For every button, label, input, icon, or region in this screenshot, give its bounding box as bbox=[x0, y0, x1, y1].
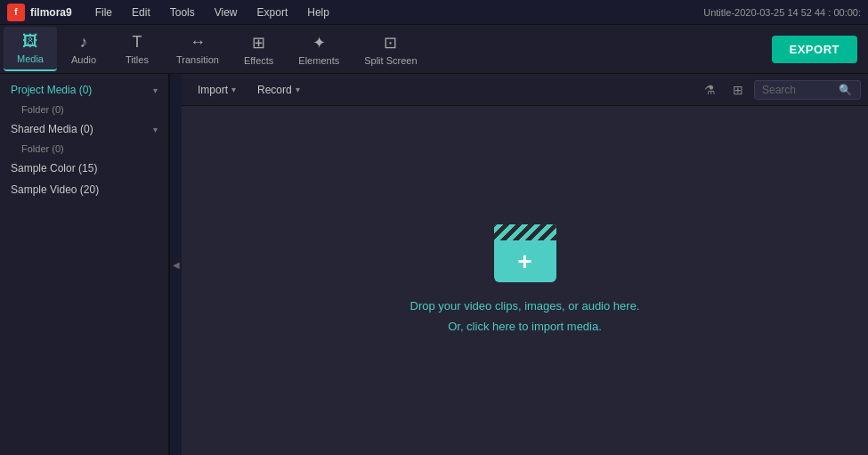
drop-line1: Drop your video clips, images, or audio … bbox=[410, 297, 640, 316]
transition-label: Transition bbox=[176, 54, 219, 65]
sidebar-folder_0b[interactable]: Folder (0) bbox=[0, 140, 168, 158]
media-icon: 🖼 bbox=[22, 32, 38, 51]
elements-icon: ✦ bbox=[312, 33, 326, 53]
menu-file[interactable]: File bbox=[86, 4, 121, 21]
sidebar-collapse-button[interactable]: ◀ bbox=[169, 74, 182, 455]
export-button[interactable]: EXPORT bbox=[772, 36, 857, 63]
toolbar: 🖼 Media ♪ Audio T Titles ↔ Transition ⊞ … bbox=[0, 25, 868, 74]
split_screen-label: Split Screen bbox=[364, 55, 417, 66]
menu-edit[interactable]: Edit bbox=[123, 4, 159, 21]
effects-icon: ⊞ bbox=[252, 33, 265, 53]
menu-bar: FileEditToolsViewExportHelp bbox=[86, 4, 704, 21]
drop-line2: Or, click here to import media. bbox=[410, 317, 640, 337]
elements-label: Elements bbox=[298, 55, 339, 66]
import-label: Import bbox=[198, 84, 228, 96]
toolbar-media[interactable]: 🖼 Media bbox=[4, 27, 57, 71]
menu-tools[interactable]: Tools bbox=[161, 4, 204, 21]
audio-label: Audio bbox=[71, 54, 96, 65]
sidebar-sample_color-label: Sample Color (15) bbox=[11, 162, 97, 175]
menu-help[interactable]: Help bbox=[298, 4, 338, 21]
record-chevron-icon: ▾ bbox=[296, 85, 300, 94]
app-logo: f filmora9 bbox=[7, 4, 72, 21]
search-box[interactable]: 🔍 bbox=[754, 80, 861, 100]
toolbar-transition[interactable]: ↔ Transition bbox=[164, 27, 231, 71]
clapboard-icon: + bbox=[494, 224, 556, 282]
toolbar-audio[interactable]: ♪ Audio bbox=[57, 27, 110, 71]
content-area: Import ▾ Record ▾ ⚗ ⊞ 🔍 + bbox=[182, 74, 868, 455]
app-name: filmora9 bbox=[30, 6, 72, 19]
sidebar: Project Media (0)▾Folder (0)Shared Media… bbox=[0, 74, 169, 455]
audio-icon: ♪ bbox=[80, 33, 88, 52]
record-button[interactable]: Record ▾ bbox=[248, 80, 309, 100]
menu-export[interactable]: Export bbox=[248, 4, 297, 21]
grid-view-icon[interactable]: ⊞ bbox=[726, 77, 750, 102]
logo-letter: f bbox=[14, 7, 17, 17]
sidebar-shared_media[interactable]: Shared Media (0)▾ bbox=[0, 118, 168, 140]
sidebar-shared_media-label: Shared Media (0) bbox=[11, 123, 93, 135]
media-label: Media bbox=[17, 53, 44, 64]
filter-icon[interactable]: ⚗ bbox=[697, 77, 722, 102]
import-button[interactable]: Import ▾ bbox=[189, 80, 245, 100]
toolbar-effects[interactable]: ⊞ Effects bbox=[231, 27, 286, 71]
sidebar-folder_0[interactable]: Folder (0) bbox=[0, 101, 168, 118]
sidebar-sample_video-label: Sample Video (20) bbox=[11, 183, 99, 196]
sidebar-sample_video[interactable]: Sample Video (20) bbox=[0, 179, 168, 200]
search-icon: 🔍 bbox=[839, 84, 852, 96]
import-chevron-icon: ▾ bbox=[231, 85, 236, 94]
split_screen-icon: ⊡ bbox=[384, 33, 397, 53]
toolbar-elements[interactable]: ✦ Elements bbox=[286, 27, 352, 71]
transition-icon: ↔ bbox=[190, 33, 206, 52]
drop-text: Drop your video clips, images, or audio … bbox=[410, 297, 640, 336]
toolbar-split_screen[interactable]: ⊡ Split Screen bbox=[352, 27, 429, 71]
search-input[interactable] bbox=[762, 84, 833, 96]
expand-icon: ▾ bbox=[153, 85, 158, 95]
titles-label: Titles bbox=[126, 54, 149, 65]
sidebar-project_media-label: Project Media (0) bbox=[11, 84, 92, 96]
effects-label: Effects bbox=[244, 55, 273, 66]
title-bar: f filmora9 FileEditToolsViewExportHelp U… bbox=[0, 0, 868, 25]
clap-plus-icon: + bbox=[517, 249, 531, 274]
record-label: Record bbox=[257, 84, 292, 96]
logo-icon: f bbox=[7, 4, 25, 21]
main-area: Project Media (0)▾Folder (0)Shared Media… bbox=[0, 74, 868, 455]
window-title: Untitle-2020-03-25 14 52 44 : 00:00: bbox=[703, 7, 861, 18]
toolbar-titles[interactable]: T Titles bbox=[110, 27, 164, 71]
drop-area[interactable]: + Drop your video clips, images, or audi… bbox=[182, 106, 868, 455]
menu-view[interactable]: View bbox=[206, 4, 247, 21]
sidebar-sample_color[interactable]: Sample Color (15) bbox=[0, 158, 168, 179]
sidebar-project_media[interactable]: Project Media (0)▾ bbox=[0, 79, 168, 101]
expand-icon: ▾ bbox=[153, 125, 158, 134]
content-toolbar: Import ▾ Record ▾ ⚗ ⊞ 🔍 bbox=[182, 74, 868, 106]
titles-icon: T bbox=[133, 33, 142, 52]
